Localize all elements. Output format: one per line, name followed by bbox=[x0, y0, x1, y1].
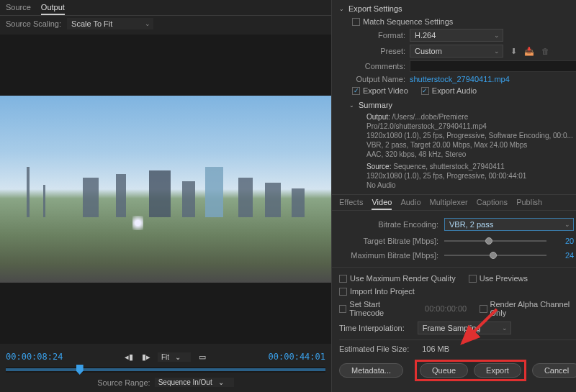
export-video-checkbox[interactable]: ✓Export Video bbox=[352, 86, 408, 95]
summary-header[interactable]: ⌄ Summary bbox=[349, 101, 576, 109]
max-bitrate-slider[interactable] bbox=[444, 255, 546, 256]
max-render-quality-checkbox[interactable]: Use Maximum Render Quality bbox=[339, 274, 456, 283]
target-bitrate-value[interactable]: 20 bbox=[552, 237, 574, 245]
tab-effects[interactable]: Effects bbox=[339, 198, 363, 210]
tab-publish[interactable]: Publish bbox=[516, 198, 542, 210]
format-select[interactable]: H.264⌄ bbox=[410, 29, 503, 42]
playhead[interactable] bbox=[76, 365, 84, 375]
start-timecode-value[interactable]: 00:00:00:00 bbox=[425, 304, 467, 313]
cancel-button[interactable]: Cancel bbox=[532, 363, 576, 378]
crop-icon[interactable]: ▭ bbox=[197, 352, 208, 362]
metadata-button[interactable]: Metadata... bbox=[339, 363, 403, 378]
source-range-select[interactable]: Sequence In/Out⌄ bbox=[155, 378, 234, 387]
chevron-down-icon: ⌄ bbox=[349, 102, 354, 109]
annotation-highlight: Queue Export bbox=[415, 360, 526, 381]
source-scaling-label: Source Scaling: bbox=[6, 19, 61, 28]
comments-label: Comments: bbox=[352, 62, 405, 70]
summary-output: Output: /Users/...dobe/Premiere Pro/12.0… bbox=[366, 112, 576, 159]
bitrate-encoding-select[interactable]: VBR, 2 pass⌄ bbox=[444, 218, 574, 231]
output-name-label: Output Name: bbox=[352, 75, 405, 83]
target-bitrate-slider[interactable] bbox=[444, 240, 546, 242]
timecode-current[interactable]: 00:00:08:24 bbox=[6, 352, 63, 362]
tab-multiplexer[interactable]: Multiplexer bbox=[430, 198, 468, 210]
tab-video[interactable]: Video bbox=[372, 198, 392, 210]
import-preset-icon[interactable]: 📥 bbox=[523, 45, 535, 57]
target-bitrate-label: Target Bitrate [Mbps]: bbox=[346, 237, 438, 245]
step-back-icon[interactable]: ◂▮ bbox=[123, 352, 135, 362]
tab-captions[interactable]: Captions bbox=[477, 198, 508, 210]
delete-preset-icon[interactable]: 🗑 bbox=[539, 45, 551, 57]
source-scaling-select[interactable]: Scale To Fit⌄ bbox=[67, 18, 153, 29]
preview-tabs: Source Output bbox=[0, 0, 331, 16]
preview-canvas bbox=[0, 96, 331, 283]
max-bitrate-value[interactable]: 24 bbox=[552, 251, 574, 260]
export-button[interactable]: Export bbox=[474, 363, 521, 378]
tab-output[interactable]: Output bbox=[41, 3, 65, 15]
import-into-project-checkbox[interactable]: Import Into Project bbox=[339, 287, 415, 296]
settings-tabs: Effects Video Audio Multiplexer Captions… bbox=[332, 195, 576, 210]
export-audio-checkbox[interactable]: ✓Export Audio bbox=[421, 86, 477, 95]
use-previews-checkbox[interactable]: Use Previews bbox=[469, 274, 528, 283]
preset-label: Preset: bbox=[352, 47, 405, 55]
chevron-down-icon: ⌄ bbox=[339, 6, 344, 12]
source-range-label: Source Range: bbox=[97, 378, 150, 387]
bitrate-encoding-label: Bitrate Encoding: bbox=[346, 220, 438, 229]
set-start-timecode-checkbox[interactable]: Set Start Timecode bbox=[339, 300, 412, 317]
render-alpha-checkbox[interactable]: Render Alpha Channel Only bbox=[480, 300, 576, 317]
comments-input[interactable] bbox=[410, 60, 576, 72]
output-name-link[interactable]: shutterstock_27940411.mp4 bbox=[410, 75, 510, 83]
queue-button[interactable]: Queue bbox=[420, 363, 468, 378]
step-fwd-icon[interactable]: ▮▸ bbox=[140, 352, 152, 362]
tab-source[interactable]: Source bbox=[6, 3, 31, 15]
timecode-total: 00:00:44:01 bbox=[269, 352, 325, 362]
tab-audio[interactable]: Audio bbox=[400, 198, 420, 210]
estimated-size-label: Estimated File Size: bbox=[339, 345, 409, 353]
format-label: Format: bbox=[352, 31, 405, 40]
estimated-size-value: 106 MB bbox=[422, 345, 449, 353]
timeline[interactable] bbox=[6, 367, 325, 373]
zoom-fit-select[interactable]: Fit⌄ bbox=[158, 352, 191, 362]
match-sequence-checkbox[interactable]: Match Sequence Settings bbox=[352, 17, 453, 26]
time-interpolation-select[interactable]: Frame Sampling⌄ bbox=[418, 322, 511, 334]
summary-source: Source: Sequence, shutterstock_27940411 … bbox=[366, 162, 576, 190]
max-bitrate-label: Maximum Bitrate [Mbps]: bbox=[346, 251, 438, 260]
time-interpolation-label: Time Interpolation: bbox=[339, 324, 405, 332]
export-settings-header[interactable]: ⌄ Export Settings bbox=[339, 4, 576, 13]
save-preset-icon[interactable]: ⬇ bbox=[508, 45, 519, 57]
preset-select[interactable]: Custom⌄ bbox=[410, 45, 503, 58]
